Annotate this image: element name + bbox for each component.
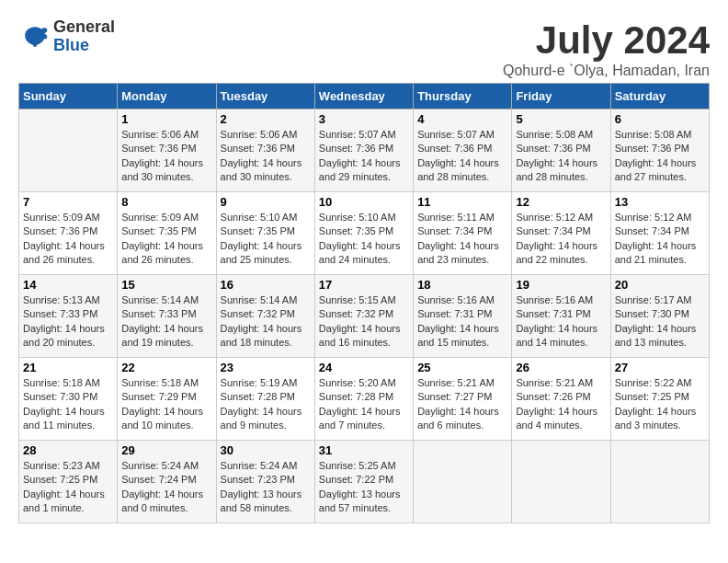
day-number: 11 xyxy=(417,195,507,209)
calendar-cell: 21Sunrise: 5:18 AMSunset: 7:30 PMDayligh… xyxy=(19,358,118,441)
day-info: Sunrise: 5:21 AMSunset: 7:26 PMDaylight:… xyxy=(516,376,606,433)
day-info: Sunrise: 5:08 AMSunset: 7:36 PMDaylight:… xyxy=(516,128,606,185)
day-info: Sunrise: 5:24 AMSunset: 7:24 PMDaylight:… xyxy=(121,459,211,516)
logo-general: General xyxy=(53,18,115,37)
calendar-cell: 7Sunrise: 5:09 AMSunset: 7:36 PMDaylight… xyxy=(19,192,118,275)
day-number: 30 xyxy=(221,443,311,457)
calendar-cell xyxy=(414,441,512,523)
logo-blue: Blue xyxy=(53,37,115,55)
header-cell-thursday: Thursday xyxy=(414,84,512,109)
day-number: 12 xyxy=(516,195,606,209)
day-number: 8 xyxy=(121,195,211,209)
calendar-cell: 8Sunrise: 5:09 AMSunset: 7:35 PMDaylight… xyxy=(118,192,216,275)
day-info: Sunrise: 5:13 AMSunset: 7:33 PMDaylight:… xyxy=(23,293,113,350)
day-number: 20 xyxy=(615,278,705,292)
day-number: 25 xyxy=(417,361,507,374)
day-info: Sunrise: 5:12 AMSunset: 7:34 PMDaylight:… xyxy=(516,211,606,268)
calendar-body: 1Sunrise: 5:06 AMSunset: 7:36 PMDaylight… xyxy=(19,109,710,523)
calendar-cell: 23Sunrise: 5:19 AMSunset: 7:28 PMDayligh… xyxy=(216,358,314,441)
calendar-cell: 19Sunrise: 5:16 AMSunset: 7:31 PMDayligh… xyxy=(512,275,610,358)
day-number: 14 xyxy=(23,278,113,292)
day-info: Sunrise: 5:12 AMSunset: 7:34 PMDaylight:… xyxy=(615,211,705,268)
calendar-cell: 6Sunrise: 5:08 AMSunset: 7:36 PMDaylight… xyxy=(610,109,709,192)
day-info: Sunrise: 5:11 AMSunset: 7:34 PMDaylight:… xyxy=(417,211,507,268)
day-info: Sunrise: 5:25 AMSunset: 7:22 PMDaylight:… xyxy=(319,459,409,516)
calendar-cell: 1Sunrise: 5:06 AMSunset: 7:36 PMDaylight… xyxy=(118,109,216,192)
day-number: 13 xyxy=(615,195,705,209)
header-cell-tuesday: Tuesday xyxy=(216,84,314,109)
day-info: Sunrise: 5:09 AMSunset: 7:35 PMDaylight:… xyxy=(121,211,211,268)
day-info: Sunrise: 5:20 AMSunset: 7:28 PMDaylight:… xyxy=(319,376,409,433)
logo: General Blue xyxy=(18,18,115,55)
day-info: Sunrise: 5:10 AMSunset: 7:35 PMDaylight:… xyxy=(319,211,409,268)
day-info: Sunrise: 5:17 AMSunset: 7:30 PMDaylight:… xyxy=(615,293,705,350)
week-row-1: 1Sunrise: 5:06 AMSunset: 7:36 PMDaylight… xyxy=(19,109,710,192)
calendar-cell: 31Sunrise: 5:25 AMSunset: 7:22 PMDayligh… xyxy=(314,441,413,523)
day-number: 9 xyxy=(221,195,311,209)
day-number: 3 xyxy=(319,112,409,126)
day-number: 21 xyxy=(23,361,113,374)
day-number: 10 xyxy=(319,195,409,209)
calendar-cell: 17Sunrise: 5:15 AMSunset: 7:32 PMDayligh… xyxy=(314,275,413,358)
calendar-cell: 15Sunrise: 5:14 AMSunset: 7:33 PMDayligh… xyxy=(118,275,216,358)
title-block: July 2024 Qohurd-e `Olya, Hamadan, Iran xyxy=(503,18,710,79)
calendar-cell: 9Sunrise: 5:10 AMSunset: 7:35 PMDaylight… xyxy=(216,192,314,275)
day-info: Sunrise: 5:16 AMSunset: 7:31 PMDaylight:… xyxy=(417,293,507,350)
header-cell-wednesday: Wednesday xyxy=(314,84,413,109)
calendar-cell: 10Sunrise: 5:10 AMSunset: 7:35 PMDayligh… xyxy=(314,192,413,275)
day-number: 26 xyxy=(516,361,606,374)
logo-icon xyxy=(18,20,51,53)
day-number: 4 xyxy=(417,112,507,126)
header-cell-friday: Friday xyxy=(512,84,610,109)
day-number: 15 xyxy=(121,278,211,292)
calendar-cell: 24Sunrise: 5:20 AMSunset: 7:28 PMDayligh… xyxy=(314,358,413,441)
day-info: Sunrise: 5:21 AMSunset: 7:27 PMDaylight:… xyxy=(417,376,507,433)
calendar-cell: 28Sunrise: 5:23 AMSunset: 7:25 PMDayligh… xyxy=(19,441,118,523)
calendar-cell: 18Sunrise: 5:16 AMSunset: 7:31 PMDayligh… xyxy=(414,275,512,358)
day-info: Sunrise: 5:16 AMSunset: 7:31 PMDaylight:… xyxy=(516,293,606,350)
main-title: July 2024 xyxy=(503,18,710,63)
day-info: Sunrise: 5:07 AMSunset: 7:36 PMDaylight:… xyxy=(319,128,409,185)
calendar-cell: 3Sunrise: 5:07 AMSunset: 7:36 PMDaylight… xyxy=(314,109,413,192)
day-info: Sunrise: 5:10 AMSunset: 7:35 PMDaylight:… xyxy=(221,211,311,268)
subtitle: Qohurd-e `Olya, Hamadan, Iran xyxy=(503,63,710,79)
week-row-3: 14Sunrise: 5:13 AMSunset: 7:33 PMDayligh… xyxy=(19,275,710,358)
calendar-cell: 2Sunrise: 5:06 AMSunset: 7:36 PMDaylight… xyxy=(216,109,314,192)
calendar-cell xyxy=(19,109,118,192)
day-number: 28 xyxy=(23,443,113,457)
calendar-cell: 11Sunrise: 5:11 AMSunset: 7:34 PMDayligh… xyxy=(414,192,512,275)
calendar-cell xyxy=(610,441,709,523)
day-number: 1 xyxy=(121,112,211,126)
day-info: Sunrise: 5:06 AMSunset: 7:36 PMDaylight:… xyxy=(221,128,311,185)
calendar-cell: 22Sunrise: 5:18 AMSunset: 7:29 PMDayligh… xyxy=(118,358,216,441)
calendar-cell: 13Sunrise: 5:12 AMSunset: 7:34 PMDayligh… xyxy=(610,192,709,275)
calendar-cell: 4Sunrise: 5:07 AMSunset: 7:36 PMDaylight… xyxy=(414,109,512,192)
week-row-2: 7Sunrise: 5:09 AMSunset: 7:36 PMDaylight… xyxy=(19,192,710,275)
day-number: 29 xyxy=(121,443,211,457)
day-info: Sunrise: 5:06 AMSunset: 7:36 PMDaylight:… xyxy=(121,128,211,185)
day-number: 19 xyxy=(516,278,606,292)
day-info: Sunrise: 5:22 AMSunset: 7:25 PMDaylight:… xyxy=(615,376,705,433)
week-row-5: 28Sunrise: 5:23 AMSunset: 7:25 PMDayligh… xyxy=(19,441,710,523)
day-number: 6 xyxy=(615,112,705,126)
calendar-cell: 12Sunrise: 5:12 AMSunset: 7:34 PMDayligh… xyxy=(512,192,610,275)
day-info: Sunrise: 5:14 AMSunset: 7:33 PMDaylight:… xyxy=(121,293,211,350)
day-number: 17 xyxy=(319,278,409,292)
day-info: Sunrise: 5:15 AMSunset: 7:32 PMDaylight:… xyxy=(319,293,409,350)
day-info: Sunrise: 5:14 AMSunset: 7:32 PMDaylight:… xyxy=(221,293,311,350)
calendar-cell: 25Sunrise: 5:21 AMSunset: 7:27 PMDayligh… xyxy=(414,358,512,441)
calendar-cell: 30Sunrise: 5:24 AMSunset: 7:23 PMDayligh… xyxy=(216,441,314,523)
calendar-cell: 5Sunrise: 5:08 AMSunset: 7:36 PMDaylight… xyxy=(512,109,610,192)
calendar-cell: 16Sunrise: 5:14 AMSunset: 7:32 PMDayligh… xyxy=(216,275,314,358)
day-number: 27 xyxy=(615,361,705,374)
logo-text: General Blue xyxy=(53,18,115,55)
day-number: 22 xyxy=(121,361,211,374)
day-number: 23 xyxy=(221,361,311,374)
day-number: 31 xyxy=(319,443,409,457)
calendar-cell: 14Sunrise: 5:13 AMSunset: 7:33 PMDayligh… xyxy=(19,275,118,358)
header-cell-monday: Monday xyxy=(118,84,216,109)
header-row: SundayMondayTuesdayWednesdayThursdayFrid… xyxy=(19,84,710,109)
day-info: Sunrise: 5:07 AMSunset: 7:36 PMDaylight:… xyxy=(417,128,507,185)
day-info: Sunrise: 5:18 AMSunset: 7:29 PMDaylight:… xyxy=(121,376,211,433)
header-cell-sunday: Sunday xyxy=(19,84,118,109)
